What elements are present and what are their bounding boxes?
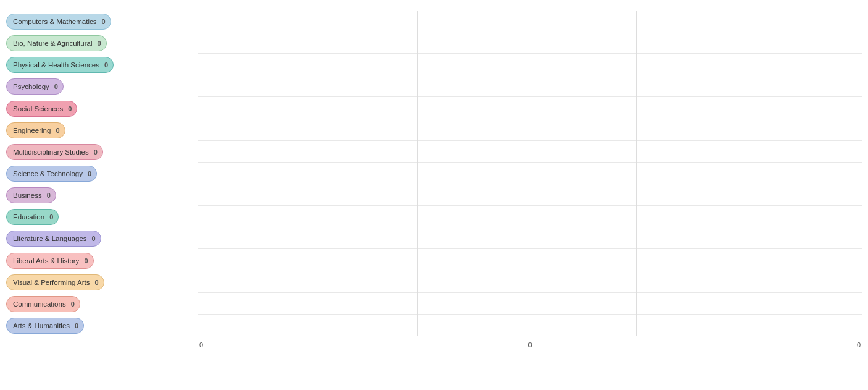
bar-value: 0 [44, 213, 53, 221]
bar-value: 0 [89, 148, 98, 156]
bar-pill: Business0 [6, 187, 56, 203]
x-axis-labels: 000 [198, 341, 862, 349]
bars-section: Computers & Mathematics0Bio, Nature & Ag… [6, 11, 198, 349]
bar-pill: Engineering0 [6, 122, 65, 138]
bar-pill: Arts & Humanities0 [6, 318, 84, 334]
grid-row [198, 228, 862, 249]
grid-line [862, 11, 862, 336]
bar-value: 0 [92, 40, 101, 47]
chart-area: Computers & Mathematics0Bio, Nature & Ag… [6, 11, 862, 349]
x-axis-label: 0 [199, 341, 203, 349]
bar-label: Multidisciplinary Studies [13, 148, 89, 156]
bar-row: Liberal Arts & History0 [6, 250, 198, 271]
bar-row: Multidisciplinary Studies0 [6, 142, 198, 163]
bar-row: Science & Technology0 [6, 163, 198, 184]
bar-pill: Visual & Performing Arts0 [6, 274, 104, 290]
bar-row: Computers & Mathematics0 [6, 11, 198, 32]
chart-container: Computers & Mathematics0Bio, Nature & Ag… [0, 0, 868, 390]
bar-value: 0 [49, 83, 58, 90]
grid-row [198, 33, 862, 54]
grid-row [198, 206, 862, 227]
grid-line [417, 11, 418, 336]
bar-pill: Multidisciplinary Studies0 [6, 144, 103, 160]
bar-pill: Physical & Health Sciences0 [6, 57, 114, 73]
grid-row [198, 11, 862, 32]
bar-row: Business0 [6, 185, 198, 206]
bar-row: Bio, Nature & Agricultural0 [6, 33, 198, 54]
grid-row [198, 185, 862, 206]
grid-row [198, 315, 862, 336]
bar-pill: Communications0 [6, 296, 80, 312]
bar-label: Bio, Nature & Agricultural [13, 40, 92, 47]
bar-label: Visual & Performing Arts [13, 279, 90, 286]
bar-row: Visual & Performing Arts0 [6, 272, 198, 293]
bar-row: Social Sciences0 [6, 98, 198, 119]
bar-row: Physical & Health Sciences0 [6, 54, 198, 75]
bar-pill: Psychology0 [6, 78, 64, 95]
bar-value: 0 [97, 18, 106, 25]
bar-label: Psychology [13, 83, 49, 90]
grid-row [198, 120, 862, 141]
grid-row [198, 54, 862, 75]
bar-label: Social Sciences [13, 105, 63, 112]
bar-pill: Bio, Nature & Agricultural0 [6, 35, 107, 51]
grid-row [198, 142, 862, 163]
bar-label: Communications [13, 300, 66, 308]
bar-row: Arts & Humanities0 [6, 315, 198, 336]
bar-value: 0 [83, 170, 91, 177]
bar-pill: Literature & Languages0 [6, 231, 101, 247]
grid-row [198, 98, 862, 119]
bar-value: 0 [99, 61, 108, 69]
bar-value: 0 [70, 322, 78, 329]
x-axis-label: 0 [528, 341, 532, 349]
x-axis-label: 0 [857, 341, 861, 349]
bar-pill: Liberal Arts & History0 [6, 253, 94, 269]
grid-row [198, 272, 862, 293]
bar-pill: Education0 [6, 209, 59, 225]
bar-row: Engineering0 [6, 120, 198, 141]
bar-label: Literature & Languages [13, 235, 87, 242]
bar-pill: Computers & Mathematics0 [6, 14, 111, 30]
bar-label: Arts & Humanities [13, 322, 70, 329]
grid-row [198, 163, 862, 184]
bar-value: 0 [63, 105, 72, 112]
grid-row [198, 250, 862, 271]
bar-value: 0 [66, 300, 75, 308]
grid-row [198, 76, 862, 97]
bar-label: Computers & Mathematics [13, 18, 97, 25]
bar-row: Education0 [6, 206, 198, 227]
grid-row [198, 294, 862, 315]
bar-row: Communications0 [6, 294, 198, 315]
bar-label: Education [13, 213, 44, 221]
bar-label: Liberal Arts & History [13, 257, 79, 265]
bar-row: Literature & Languages0 [6, 228, 198, 249]
bar-label: Engineering [13, 127, 51, 134]
grid-section: 000 [198, 11, 862, 349]
bar-label: Science & Technology [13, 170, 83, 177]
bar-value: 0 [90, 279, 98, 286]
bar-value: 0 [79, 257, 88, 265]
bar-value: 0 [51, 127, 59, 134]
bar-value: 0 [42, 192, 51, 199]
bar-label: Business [13, 192, 42, 199]
bar-pill: Science & Technology0 [6, 166, 97, 182]
bar-row: Psychology0 [6, 76, 198, 97]
bar-value: 0 [87, 235, 96, 242]
grid-line [636, 11, 637, 336]
bar-label: Physical & Health Sciences [13, 61, 99, 69]
bar-pill: Social Sciences0 [6, 101, 77, 117]
